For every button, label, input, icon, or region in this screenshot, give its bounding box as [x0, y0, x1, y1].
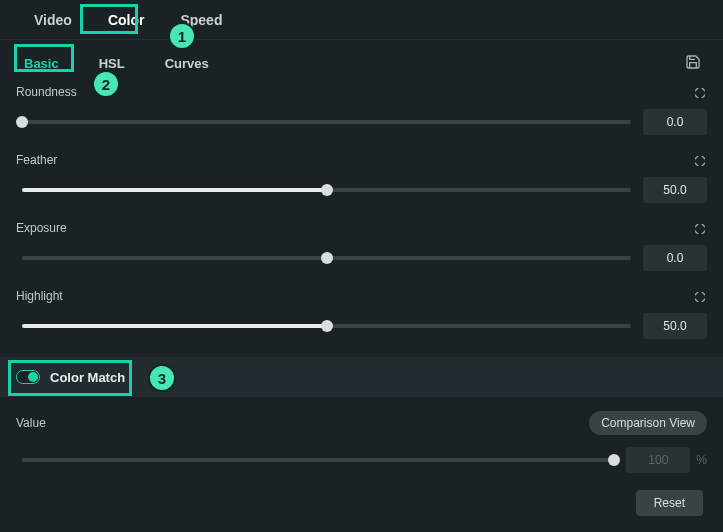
color-basic-panel: Roundness 0.0 Feather 50.0 [0, 83, 723, 473]
highlight-label: Highlight [16, 289, 63, 303]
feather-value[interactable]: 50.0 [643, 177, 707, 203]
slider-thumb[interactable] [321, 184, 333, 196]
svg-rect-1 [695, 156, 705, 166]
svg-rect-3 [695, 292, 705, 302]
color-match-value[interactable]: 100 [626, 447, 690, 473]
color-match-section: Color Match [0, 357, 723, 397]
color-match-toggle[interactable] [16, 370, 40, 384]
color-match-slider[interactable] [22, 458, 614, 462]
reset-icon[interactable] [695, 290, 707, 302]
slider-thumb[interactable] [321, 320, 333, 332]
tab-video[interactable]: Video [16, 2, 90, 38]
exposure-slider[interactable] [22, 256, 631, 260]
highlight-slider[interactable] [22, 324, 631, 328]
subtab-basic[interactable]: Basic [16, 52, 67, 75]
slider-thumb[interactable] [608, 454, 620, 466]
reset-icon[interactable] [695, 86, 707, 98]
slider-thumb[interactable] [321, 252, 333, 264]
feather-label: Feather [16, 153, 57, 167]
color-match-title: Color Match [50, 370, 125, 385]
highlight-row: Highlight 50.0 [16, 289, 707, 339]
save-preset-icon[interactable] [685, 54, 701, 70]
slider-thumb[interactable] [16, 116, 28, 128]
reset-icon[interactable] [695, 222, 707, 234]
roundness-label: Roundness [16, 85, 77, 99]
highlight-value[interactable]: 50.0 [643, 313, 707, 339]
svg-rect-2 [695, 224, 705, 234]
subtab-hsl[interactable]: HSL [91, 52, 133, 75]
reset-icon[interactable] [695, 154, 707, 166]
top-tabs: Video Color Speed [0, 0, 723, 40]
color-match-value-label: Value [16, 416, 46, 430]
subtab-curves[interactable]: Curves [157, 52, 217, 75]
tab-speed[interactable]: Speed [162, 2, 240, 38]
svg-rect-0 [695, 88, 705, 98]
roundness-slider[interactable] [22, 120, 631, 124]
roundness-value[interactable]: 0.0 [643, 109, 707, 135]
percent-suffix: % [696, 453, 707, 467]
comparison-view-button[interactable]: Comparison View [589, 411, 707, 435]
reset-button[interactable]: Reset [636, 490, 703, 516]
sub-tabs: Basic HSL Curves [0, 40, 723, 83]
feather-slider[interactable] [22, 188, 631, 192]
feather-row: Feather 50.0 [16, 153, 707, 203]
tab-color[interactable]: Color [90, 2, 163, 38]
exposure-label: Exposure [16, 221, 67, 235]
exposure-row: Exposure 0.0 [16, 221, 707, 271]
exposure-value[interactable]: 0.0 [643, 245, 707, 271]
roundness-row: Roundness 0.0 [16, 85, 707, 135]
